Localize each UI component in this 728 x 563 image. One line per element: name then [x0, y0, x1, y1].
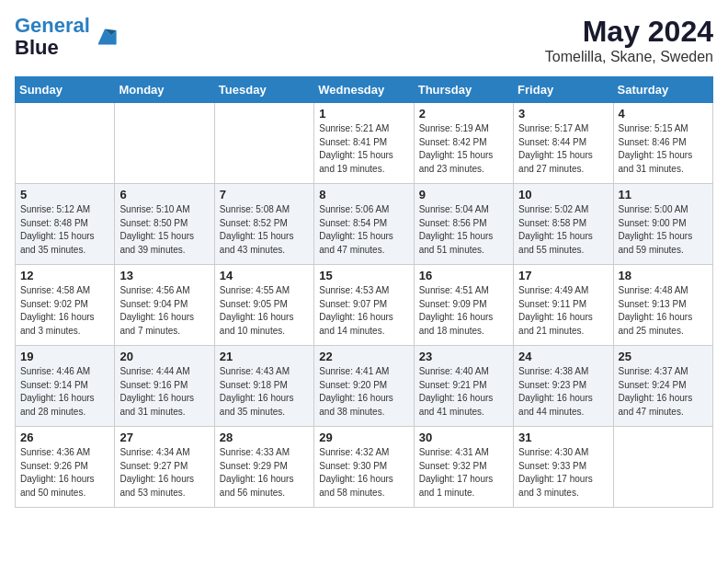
day-info: Sunrise: 4:51 AMSunset: 9:09 PMDaylight:… — [419, 284, 508, 338]
day-cell-14: 14Sunrise: 4:55 AMSunset: 9:05 PMDayligh… — [214, 265, 313, 346]
day-cell-2: 2Sunrise: 5:19 AMSunset: 8:42 PMDaylight… — [414, 103, 513, 184]
day-cell-15: 15Sunrise: 4:53 AMSunset: 9:07 PMDayligh… — [314, 265, 414, 346]
weekday-header-row: SundayMondayTuesdayWednesdayThursdayFrid… — [16, 77, 713, 103]
day-number: 4 — [619, 107, 708, 121]
day-number: 21 — [220, 350, 309, 363]
weekday-header-wednesday: Wednesday — [314, 77, 414, 103]
day-info: Sunrise: 5:21 AMSunset: 8:41 PMDaylight:… — [319, 122, 408, 176]
day-info: Sunrise: 4:44 AMSunset: 9:16 PMDaylight:… — [119, 365, 209, 419]
weekday-header-monday: Monday — [115, 77, 214, 103]
day-number: 17 — [518, 269, 608, 282]
day-number: 14 — [220, 269, 309, 282]
day-cell-3: 3Sunrise: 5:17 AMSunset: 8:44 PMDaylight… — [514, 103, 613, 184]
day-info: Sunrise: 4:41 AMSunset: 9:20 PMDaylight:… — [319, 365, 408, 419]
month-title: May 2024 — [545, 15, 713, 49]
day-number: 20 — [119, 350, 209, 363]
logo-icon — [92, 24, 118, 50]
day-number: 31 — [518, 431, 608, 444]
day-number: 18 — [619, 269, 708, 282]
day-number: 26 — [20, 431, 109, 444]
week-row-5: 26Sunrise: 4:36 AMSunset: 9:26 PMDayligh… — [16, 427, 713, 508]
empty-cell — [214, 103, 313, 184]
day-cell-26: 26Sunrise: 4:36 AMSunset: 9:26 PMDayligh… — [16, 427, 115, 508]
day-info: Sunrise: 5:00 AMSunset: 9:00 PMDaylight:… — [619, 203, 708, 257]
week-row-4: 19Sunrise: 4:46 AMSunset: 9:14 PMDayligh… — [16, 346, 713, 427]
day-info: Sunrise: 5:19 AMSunset: 8:42 PMDaylight:… — [419, 122, 508, 176]
weekday-header-friday: Friday — [514, 77, 613, 103]
day-info: Sunrise: 4:38 AMSunset: 9:23 PMDaylight:… — [518, 365, 608, 419]
day-cell-28: 28Sunrise: 4:33 AMSunset: 9:29 PMDayligh… — [214, 427, 313, 508]
day-info: Sunrise: 4:56 AMSunset: 9:04 PMDaylight:… — [119, 284, 209, 338]
week-row-2: 5Sunrise: 5:12 AMSunset: 8:48 PMDaylight… — [16, 184, 713, 265]
day-cell-22: 22Sunrise: 4:41 AMSunset: 9:20 PMDayligh… — [314, 346, 414, 427]
day-cell-8: 8Sunrise: 5:06 AMSunset: 8:54 PMDaylight… — [314, 184, 414, 265]
calendar: SundayMondayTuesdayWednesdayThursdayFrid… — [15, 76, 713, 508]
day-number: 7 — [220, 188, 309, 201]
day-info: Sunrise: 4:33 AMSunset: 9:29 PMDaylight:… — [220, 446, 309, 500]
empty-cell — [115, 103, 214, 184]
weekday-header-tuesday: Tuesday — [214, 77, 313, 103]
day-number: 9 — [419, 188, 508, 201]
week-row-1: 1Sunrise: 5:21 AMSunset: 8:41 PMDaylight… — [16, 103, 713, 184]
day-number: 3 — [518, 107, 608, 121]
day-number: 11 — [619, 188, 708, 201]
day-cell-10: 10Sunrise: 5:02 AMSunset: 8:58 PMDayligh… — [514, 184, 613, 265]
day-number: 1 — [319, 107, 408, 121]
day-cell-13: 13Sunrise: 4:56 AMSunset: 9:04 PMDayligh… — [115, 265, 214, 346]
day-info: Sunrise: 4:34 AMSunset: 9:27 PMDaylight:… — [119, 446, 209, 500]
weekday-header-sunday: Sunday — [16, 77, 115, 103]
day-number: 2 — [419, 107, 508, 121]
day-info: Sunrise: 4:36 AMSunset: 9:26 PMDaylight:… — [20, 446, 109, 500]
day-info: Sunrise: 4:31 AMSunset: 9:32 PMDaylight:… — [419, 446, 508, 500]
day-info: Sunrise: 5:04 AMSunset: 8:56 PMDaylight:… — [419, 203, 508, 257]
day-cell-30: 30Sunrise: 4:31 AMSunset: 9:32 PMDayligh… — [414, 427, 513, 508]
day-cell-18: 18Sunrise: 4:48 AMSunset: 9:13 PMDayligh… — [613, 265, 712, 346]
day-cell-7: 7Sunrise: 5:08 AMSunset: 8:52 PMDaylight… — [214, 184, 313, 265]
day-cell-12: 12Sunrise: 4:58 AMSunset: 9:02 PMDayligh… — [16, 265, 115, 346]
empty-cell — [16, 103, 115, 184]
day-info: Sunrise: 4:40 AMSunset: 9:21 PMDaylight:… — [419, 365, 508, 419]
day-info: Sunrise: 5:15 AMSunset: 8:46 PMDaylight:… — [619, 122, 708, 176]
empty-cell — [613, 427, 712, 508]
day-info: Sunrise: 5:10 AMSunset: 8:50 PMDaylight:… — [119, 203, 209, 257]
title-block: May 2024 Tomelilla, Skane, Sweden — [545, 15, 713, 65]
location: Tomelilla, Skane, Sweden — [545, 49, 713, 65]
day-info: Sunrise: 4:55 AMSunset: 9:05 PMDaylight:… — [220, 284, 309, 338]
day-number: 13 — [119, 269, 209, 282]
day-cell-24: 24Sunrise: 4:38 AMSunset: 9:23 PMDayligh… — [514, 346, 613, 427]
day-number: 27 — [119, 431, 209, 444]
day-cell-11: 11Sunrise: 5:00 AMSunset: 9:00 PMDayligh… — [613, 184, 712, 265]
day-info: Sunrise: 4:37 AMSunset: 9:24 PMDaylight:… — [619, 365, 708, 419]
day-cell-27: 27Sunrise: 4:34 AMSunset: 9:27 PMDayligh… — [115, 427, 214, 508]
day-number: 6 — [119, 188, 209, 201]
day-cell-31: 31Sunrise: 4:30 AMSunset: 9:33 PMDayligh… — [514, 427, 613, 508]
day-info: Sunrise: 5:12 AMSunset: 8:48 PMDaylight:… — [20, 203, 109, 257]
day-info: Sunrise: 4:32 AMSunset: 9:30 PMDaylight:… — [319, 446, 408, 500]
day-number: 12 — [20, 269, 109, 282]
day-info: Sunrise: 4:30 AMSunset: 9:33 PMDaylight:… — [518, 446, 608, 500]
day-number: 28 — [220, 431, 309, 444]
day-number: 8 — [319, 188, 408, 201]
weekday-header-saturday: Saturday — [613, 77, 712, 103]
logo-text: GeneralBlue — [15, 15, 90, 59]
day-info: Sunrise: 4:49 AMSunset: 9:11 PMDaylight:… — [518, 284, 608, 338]
day-cell-20: 20Sunrise: 4:44 AMSunset: 9:16 PMDayligh… — [115, 346, 214, 427]
day-cell-23: 23Sunrise: 4:40 AMSunset: 9:21 PMDayligh… — [414, 346, 513, 427]
day-number: 25 — [619, 350, 708, 363]
day-info: Sunrise: 5:02 AMSunset: 8:58 PMDaylight:… — [518, 203, 608, 257]
day-cell-19: 19Sunrise: 4:46 AMSunset: 9:14 PMDayligh… — [16, 346, 115, 427]
day-number: 22 — [319, 350, 408, 363]
day-number: 19 — [20, 350, 109, 363]
day-number: 10 — [518, 188, 608, 201]
day-info: Sunrise: 4:43 AMSunset: 9:18 PMDaylight:… — [220, 365, 309, 419]
day-info: Sunrise: 4:58 AMSunset: 9:02 PMDaylight:… — [20, 284, 109, 338]
day-info: Sunrise: 4:53 AMSunset: 9:07 PMDaylight:… — [319, 284, 408, 338]
weekday-header-thursday: Thursday — [414, 77, 513, 103]
day-cell-16: 16Sunrise: 4:51 AMSunset: 9:09 PMDayligh… — [414, 265, 513, 346]
day-number: 5 — [20, 188, 109, 201]
day-info: Sunrise: 4:46 AMSunset: 9:14 PMDaylight:… — [20, 365, 109, 419]
page-header: GeneralBlue May 2024 Tomelilla, Skane, S… — [15, 15, 713, 65]
day-number: 24 — [518, 350, 608, 363]
week-row-3: 12Sunrise: 4:58 AMSunset: 9:02 PMDayligh… — [16, 265, 713, 346]
day-info: Sunrise: 4:48 AMSunset: 9:13 PMDaylight:… — [619, 284, 708, 338]
